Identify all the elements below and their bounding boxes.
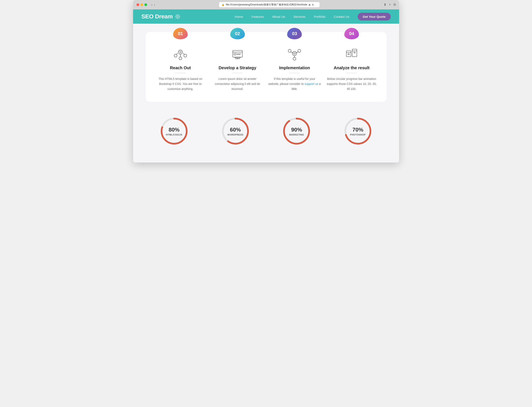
step-1-icon (173, 46, 188, 61)
share-icon[interactable]: ⬆ (384, 3, 386, 7)
nav-contact[interactable]: Contact Us (330, 13, 353, 20)
step-4-title: Analyze the result (334, 65, 370, 70)
support-link[interactable]: support us (304, 82, 318, 86)
step-2-number: 02 (235, 31, 240, 36)
circle-marketing: 90% MARKETING (282, 117, 311, 146)
nav-home[interactable]: Home (231, 13, 246, 20)
svg-point-10 (178, 50, 183, 54)
step-4-badge: 04 (344, 28, 359, 39)
nav-features[interactable]: Features (248, 13, 267, 20)
navbar: SEO Dream Home Features About Us (133, 9, 399, 24)
svg-point-28 (298, 49, 301, 52)
step-3-icon (287, 46, 302, 61)
browser-titlebar: ‹ › 🔒 file:///Users/janewang/Downloads/搜… (133, 0, 399, 9)
refresh-icon[interactable]: ↻ (312, 3, 314, 6)
svg-point-33 (294, 53, 295, 54)
brand-icon (174, 13, 181, 20)
circle-photoshop: 70% PHOTOSHOP (343, 117, 373, 146)
circle-html: 80% HTML/CSS/JS (159, 117, 189, 146)
step-2: 02 Develop (211, 42, 264, 91)
wordpress-percent: 60% (227, 126, 243, 133)
marketing-label: MARKETING (289, 133, 304, 136)
maximize-button[interactable] (144, 3, 147, 6)
reader-icon: ⊕ (309, 3, 310, 6)
step-1-number: 01 (178, 31, 183, 36)
wordpress-label: WORDPRESS (227, 133, 243, 136)
svg-point-26 (292, 51, 297, 56)
svg-point-1 (177, 16, 178, 17)
svg-point-13 (179, 57, 182, 60)
step-1-text: This HTML5 template is based on Bootstra… (154, 77, 207, 91)
photoshop-label: PHOTOSHOP (350, 133, 366, 136)
step-3: 03 Implemen (268, 42, 321, 91)
step-2-text: Lorem ipsum dolor sit ameter consectetur… (211, 77, 264, 91)
navbar-nav: Home Features About Us Services Portfoli… (231, 13, 390, 21)
step-2-badge: 02 (230, 28, 245, 39)
close-button[interactable] (136, 3, 139, 6)
window-controls (136, 3, 147, 6)
nav-services[interactable]: Services (290, 13, 309, 20)
step-3-title: Implementation (279, 65, 310, 70)
circle-photoshop-inner: 70% PHOTOSHOP (350, 126, 366, 136)
step-4-divider (346, 73, 357, 73)
navbar-brand[interactable]: SEO Dream (142, 13, 181, 20)
nav-about[interactable]: About Us (269, 13, 289, 20)
photoshop-percent: 70% (350, 126, 366, 133)
svg-point-17 (180, 51, 181, 53)
toolbar-right: ⬆ + ⧉ (384, 3, 396, 7)
new-tab-icon[interactable]: + (389, 3, 391, 7)
step-1-divider (175, 73, 186, 73)
step-2-divider (232, 73, 243, 73)
step-4: 04 Analyze (325, 42, 378, 91)
progress-html: 80% HTML/CSS/JS (146, 117, 203, 146)
html-label: HTML/CSS/JS (166, 133, 182, 136)
step-3-number: 03 (292, 31, 297, 36)
step-4-number: 04 (349, 31, 354, 36)
tabs-icon[interactable]: ⧉ (393, 3, 396, 7)
svg-point-27 (288, 49, 291, 52)
step-3-badge: 03 (287, 28, 302, 39)
lock-icon: 🔒 (222, 3, 225, 6)
circle-marketing-inner: 90% MARKETING (289, 126, 304, 136)
svg-line-7 (179, 18, 180, 18)
progress-section: 80% HTML/CSS/JS 60% WORDPR (146, 112, 387, 150)
svg-rect-20 (234, 53, 236, 55)
svg-line-15 (183, 53, 184, 55)
svg-point-29 (293, 57, 296, 60)
progress-marketing: 90% MARKETING (268, 117, 325, 146)
step-3-divider (289, 73, 300, 73)
svg-line-6 (176, 15, 177, 16)
step-1: 01 Reach Ou (154, 42, 207, 91)
svg-line-8 (179, 15, 180, 16)
step-2-title: Develop a Strategy (219, 65, 256, 70)
step-2-icon (230, 46, 245, 61)
nav-controls: ‹ › (151, 3, 155, 7)
svg-rect-23 (235, 57, 240, 58)
page-content: SEO Dream Home Features About Us (133, 9, 399, 163)
step-4-text: Below circular progress bar animation su… (325, 77, 378, 91)
circle-wordpress: 60% WORDPRESS (221, 117, 250, 146)
svg-line-9 (176, 18, 177, 18)
step-1-title: Reach Out (170, 65, 191, 70)
nav-portfolio[interactable]: Portfolio (310, 13, 329, 20)
step-4-icon (344, 46, 359, 61)
minimize-button[interactable] (140, 3, 143, 6)
step-3-text: If this template is useful for your webs… (268, 77, 321, 91)
step-1-badge: 01 (173, 28, 188, 39)
marketing-percent: 90% (289, 126, 304, 133)
address-bar[interactable]: 🔒 file:///Users/janewang/Downloads/搜索引擎推… (219, 2, 320, 7)
progress-wordpress: 60% WORDPRESS (207, 117, 264, 146)
browser-window: ‹ › 🔒 file:///Users/janewang/Downloads/搜… (133, 0, 399, 163)
steps-card: 01 Reach Ou (146, 32, 387, 102)
back-button[interactable]: ‹ (151, 3, 152, 7)
progress-photoshop: 70% PHOTOSHOP (329, 117, 387, 146)
html-percent: 80% (166, 126, 182, 133)
url-text: file:///Users/janewang/Downloads/搜索引擎推广服… (226, 3, 307, 7)
cta-button[interactable]: Get Your Quote (358, 13, 390, 21)
main-content: 01 Reach Ou (133, 24, 399, 163)
circle-wordpress-inner: 60% WORDPRESS (227, 126, 243, 136)
forward-button[interactable]: › (154, 3, 155, 7)
circle-html-inner: 80% HTML/CSS/JS (166, 126, 182, 136)
brand-name: SEO Dream (142, 13, 173, 20)
svg-line-14 (176, 53, 178, 55)
